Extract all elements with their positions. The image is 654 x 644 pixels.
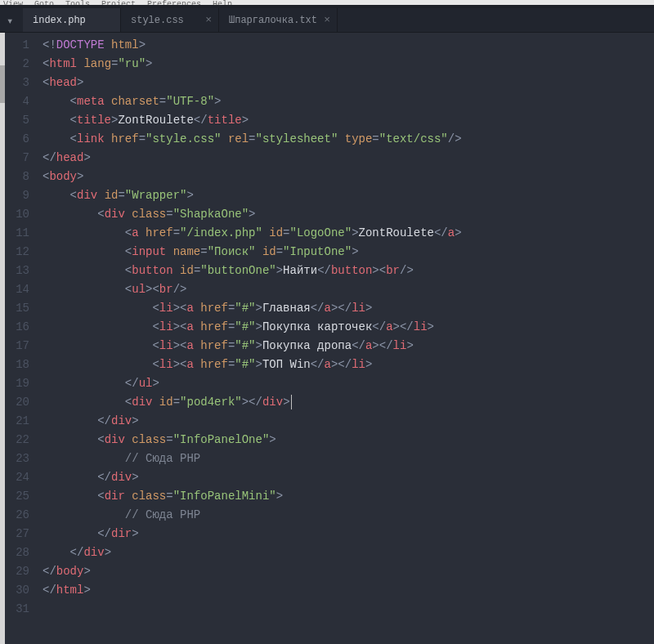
line-number: 18: [5, 356, 29, 374]
line-number: 8: [5, 168, 29, 186]
code-line[interactable]: <dir class="InfoPanelMini">: [43, 487, 654, 506]
menu-item[interactable]: View: [3, 0, 23, 5]
tab-label: style.css: [131, 15, 184, 26]
line-number: 24: [5, 468, 29, 487]
tabbar: ▾ index.php style.css × Шпаргалочка.txt …: [0, 8, 654, 33]
line-number: 15: [5, 299, 29, 318]
code-line[interactable]: <ul><br/>: [43, 280, 654, 299]
code-line[interactable]: // Сюда PHP: [43, 449, 654, 468]
code-line[interactable]: <!DOCTYPE html>: [43, 36, 654, 55]
close-icon[interactable]: ×: [324, 14, 330, 26]
line-number: 3: [5, 74, 29, 92]
menu-item[interactable]: Help: [213, 0, 232, 5]
line-number: 23: [5, 449, 29, 468]
line-number: 28: [5, 543, 29, 562]
code-line[interactable]: <head>: [43, 74, 654, 92]
menu-item[interactable]: Goto: [34, 0, 54, 5]
line-number: 12: [5, 243, 29, 262]
line-number: 27: [5, 525, 29, 543]
menu-item[interactable]: Tools: [65, 0, 90, 5]
code-line[interactable]: </ul>: [43, 374, 654, 393]
line-number: 4: [5, 92, 29, 111]
editor-body: 1234567891011121314151617181920212223242…: [0, 33, 654, 644]
line-number: 14: [5, 280, 29, 299]
code-line[interactable]: // Сюда PHP: [43, 506, 654, 525]
line-number: 2: [5, 55, 29, 74]
line-number: 19: [5, 374, 29, 393]
code-line[interactable]: </div>: [43, 543, 654, 562]
code-editor[interactable]: 1234567891011121314151617181920212223242…: [5, 33, 654, 644]
code-line[interactable]: <a href="/index.php" id="LogoOne">ZontRo…: [43, 224, 654, 243]
code-line[interactable]: </div>: [43, 468, 654, 487]
line-number: 29: [5, 562, 29, 581]
line-number: 16: [5, 318, 29, 337]
code-line[interactable]: </head>: [43, 149, 654, 168]
code-line[interactable]: <div id="pod4erk"></div>: [43, 393, 654, 412]
code-line[interactable]: </div>: [43, 412, 654, 431]
line-number: 10: [5, 205, 29, 224]
line-number: 26: [5, 506, 29, 525]
line-number: 5: [5, 111, 29, 130]
code-line[interactable]: [43, 600, 654, 619]
code-line[interactable]: <div class="ShapkaOne">: [43, 205, 654, 224]
code-line[interactable]: <li><a href="#">ТОП Win</a></li>: [43, 356, 654, 374]
text-cursor: [291, 395, 292, 409]
line-number: 25: [5, 487, 29, 506]
code-line[interactable]: </html>: [43, 581, 654, 600]
line-number: 1: [5, 36, 29, 55]
line-number: 21: [5, 412, 29, 431]
line-number: 20: [5, 393, 29, 412]
editor-window: View Goto Tools Project Preferences Help…: [0, 0, 654, 644]
scrollbar-thumb[interactable]: [0, 65, 5, 103]
code-line[interactable]: <li><a href="#">Покупка дропа</a></li>: [43, 337, 654, 356]
tab-index-php[interactable]: index.php: [23, 8, 121, 32]
code-area[interactable]: <!DOCTYPE html><html lang="ru"><head> <m…: [43, 36, 654, 644]
menu-item[interactable]: Preferences: [147, 0, 201, 5]
code-line[interactable]: <meta charset="UTF-8">: [43, 92, 654, 111]
line-number: 6: [5, 130, 29, 149]
code-line[interactable]: <button id="buttonOne">Найти</button><br…: [43, 262, 654, 280]
scrollbar-strip[interactable]: [0, 33, 5, 644]
code-line[interactable]: <link href="style.css" rel="stylesheet" …: [43, 130, 654, 149]
line-number: 9: [5, 186, 29, 205]
tab-notes[interactable]: Шпаргалочка.txt ×: [219, 8, 338, 32]
line-number: 11: [5, 224, 29, 243]
line-number: 31: [5, 600, 29, 619]
code-line[interactable]: <title>ZontRoulete</title>: [43, 111, 654, 130]
code-line[interactable]: <li><a href="#">Покупка карточек</a></li…: [43, 318, 654, 337]
code-line[interactable]: <div id="Wrapper">: [43, 186, 654, 205]
close-icon[interactable]: ×: [205, 14, 212, 26]
line-number: 17: [5, 337, 29, 356]
line-number: 30: [5, 581, 29, 600]
tab-style-css[interactable]: style.css ×: [121, 8, 219, 32]
code-line[interactable]: <div class="InfoPanelOne">: [43, 431, 654, 449]
code-line[interactable]: </body>: [43, 562, 654, 581]
line-number: 7: [5, 149, 29, 168]
line-number: 22: [5, 431, 29, 449]
tab-label: index.php: [33, 15, 86, 26]
tab-label: Шпаргалочка.txt: [229, 15, 317, 26]
code-line[interactable]: <li><a href="#">Главная</a></li>: [43, 299, 654, 318]
menu-item[interactable]: Project: [101, 0, 136, 5]
code-line[interactable]: <html lang="ru">: [43, 55, 654, 74]
line-number-gutter: 1234567891011121314151617181920212223242…: [5, 36, 43, 644]
code-line[interactable]: <body>: [43, 168, 654, 186]
code-line[interactable]: <input name="Поиск" id="InputOne">: [43, 243, 654, 262]
line-number: 13: [5, 262, 29, 280]
chevron-down-icon[interactable]: ▾: [7, 14, 13, 28]
code-line[interactable]: </dir>: [43, 525, 654, 543]
